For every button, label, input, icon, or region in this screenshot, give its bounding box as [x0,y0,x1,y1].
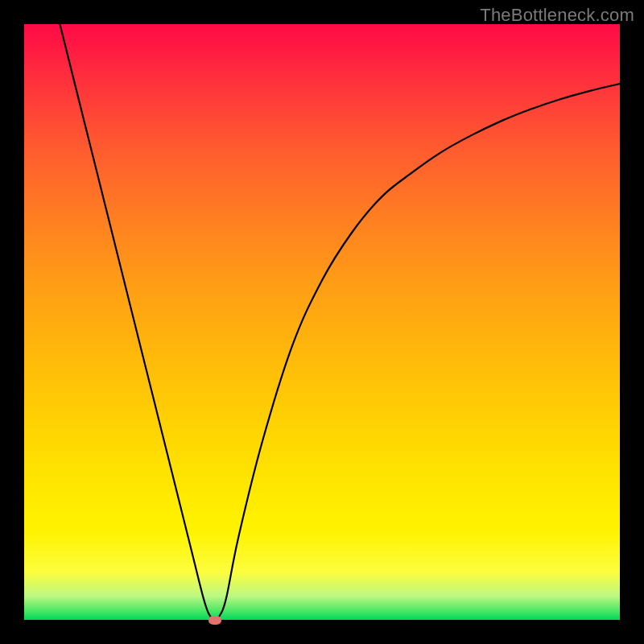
chart-frame: TheBottleneck.com [0,0,644,644]
bottleneck-curve [24,24,620,620]
watermark-text: TheBottleneck.com [480,5,634,26]
plot-area [24,24,620,620]
minimum-marker [208,616,221,625]
